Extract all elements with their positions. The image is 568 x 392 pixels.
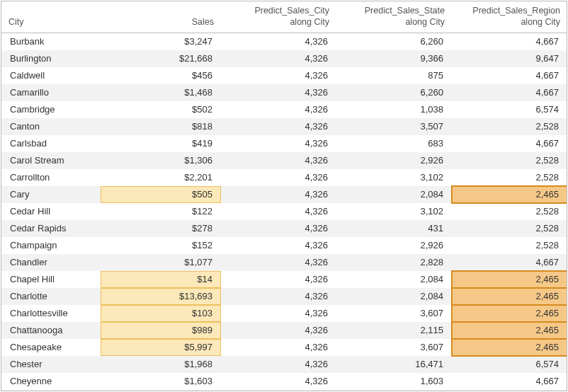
cell-sales[interactable]: $502 [101, 101, 221, 118]
cell-pcity[interactable]: 4,326 [221, 271, 336, 288]
table-row[interactable]: Cary$5054,3262,0842,465 [1, 186, 567, 203]
cell-pcity[interactable]: 4,326 [221, 169, 336, 186]
cell-city[interactable]: Charlottesville [1, 305, 101, 322]
table-row[interactable]: Chattanooga$9894,3262,1152,465 [1, 322, 567, 339]
cell-pregion[interactable]: 4,667 [452, 254, 567, 271]
table-row[interactable]: Chandler$1,0774,3262,8284,667 [1, 254, 567, 271]
cell-pstate[interactable]: 3,607 [336, 305, 452, 322]
cell-sales[interactable]: $13,693 [101, 288, 221, 305]
col-header-city[interactable]: City [1, 1, 101, 33]
cell-pcity[interactable]: 4,326 [221, 305, 336, 322]
cell-pregion[interactable]: 2,465 [452, 271, 567, 288]
table-row[interactable]: Burbank$3,2474,3266,2604,667 [1, 33, 567, 50]
cell-pregion[interactable]: 4,667 [452, 67, 567, 84]
cell-city[interactable]: Charlotte [1, 288, 101, 305]
cell-pregion[interactable]: 2,528 [452, 237, 567, 254]
cell-sales[interactable]: $48,540 [101, 390, 221, 392]
table-row[interactable]: Burlington$21,6684,3269,3669,647 [1, 50, 567, 67]
cell-city[interactable]: Burbank [1, 33, 101, 50]
cell-pcity[interactable]: 4,326 [221, 152, 336, 169]
cell-pregion[interactable]: 2,465 [452, 305, 567, 322]
table-row[interactable]: Chesapeake$5,9974,3263,6072,465 [1, 339, 567, 356]
cell-pstate[interactable]: 431 [336, 220, 452, 237]
cell-pcity[interactable]: 4,326 [221, 33, 336, 50]
cell-city[interactable]: Cary [1, 186, 101, 203]
cell-sales[interactable]: $419 [101, 135, 221, 152]
cell-pcity[interactable]: 4,326 [221, 101, 336, 118]
cell-pstate[interactable]: 9,366 [336, 50, 452, 67]
cell-city[interactable]: Chester [1, 356, 101, 373]
cell-city[interactable]: Carlsbad [1, 135, 101, 152]
col-header-pstate[interactable]: Predict_Sales_Statealong City [336, 1, 452, 33]
cell-city[interactable]: Chandler [1, 254, 101, 271]
cell-sales[interactable]: $1,077 [101, 254, 221, 271]
table-row[interactable]: Chapel Hill$144,3262,0842,465 [1, 271, 567, 288]
cell-pstate[interactable]: 875 [336, 67, 452, 84]
cell-sales[interactable]: $1,468 [101, 84, 221, 101]
cell-pstate[interactable]: 1,038 [336, 101, 452, 118]
col-header-pregion[interactable]: Predict_Sales_Regionalong City [452, 1, 567, 33]
table-row[interactable]: Cheyenne$1,6034,3261,6034,667 [1, 373, 567, 390]
cell-pstate[interactable]: 3,507 [336, 118, 452, 135]
cell-city[interactable]: Canton [1, 118, 101, 135]
cell-pstate[interactable]: 1,603 [336, 373, 452, 390]
cell-sales[interactable]: $1,306 [101, 152, 221, 169]
cell-pstate[interactable]: 2,926 [336, 390, 452, 392]
table-row[interactable]: Carol Stream$1,3064,3262,9262,528 [1, 152, 567, 169]
col-header-pcity[interactable]: Predict_Sales_Cityalong City [221, 1, 336, 33]
cell-pregion[interactable]: 4,667 [452, 373, 567, 390]
cell-sales[interactable]: $152 [101, 237, 221, 254]
cell-sales[interactable]: $2,201 [101, 169, 221, 186]
cell-sales[interactable]: $505 [101, 186, 221, 203]
cell-sales[interactable]: $818 [101, 118, 221, 135]
cell-pstate[interactable]: 3,102 [336, 203, 452, 220]
cell-pregion[interactable]: 2,528 [452, 152, 567, 169]
cell-city[interactable]: Cedar Hill [1, 203, 101, 220]
cell-pstate[interactable]: 6,260 [336, 33, 452, 50]
cell-pcity[interactable]: 4,326 [221, 237, 336, 254]
cell-pstate[interactable]: 3,607 [336, 339, 452, 356]
table-row[interactable]: Cedar Rapids$2784,3264312,528 [1, 220, 567, 237]
cell-pregion[interactable]: 9,647 [452, 50, 567, 67]
table-row[interactable]: Cambridge$5024,3261,0386,574 [1, 101, 567, 118]
cell-city[interactable]: Chapel Hill [1, 271, 101, 288]
cell-pcity[interactable]: 4,326 [221, 390, 336, 392]
cell-pregion[interactable]: 4,667 [452, 33, 567, 50]
cell-sales[interactable]: $122 [101, 203, 221, 220]
cell-city[interactable]: Cambridge [1, 101, 101, 118]
cell-city[interactable]: Burlington [1, 50, 101, 67]
cell-sales[interactable]: $103 [101, 305, 221, 322]
cell-city[interactable]: Chattanooga [1, 322, 101, 339]
cell-pstate[interactable]: 2,084 [336, 271, 452, 288]
cell-city[interactable]: Carrollton [1, 169, 101, 186]
cell-city[interactable]: Camarillo [1, 84, 101, 101]
cell-sales[interactable]: $456 [101, 67, 221, 84]
cell-pregion[interactable]: 2,465 [452, 288, 567, 305]
cell-pcity[interactable]: 4,326 [221, 135, 336, 152]
cell-city[interactable]: Caldwell [1, 67, 101, 84]
table-row[interactable]: Cedar Hill$1224,3263,1022,528 [1, 203, 567, 220]
cell-sales[interactable]: $1,968 [101, 356, 221, 373]
cell-city[interactable]: Chesapeake [1, 339, 101, 356]
cell-pcity[interactable]: 4,326 [221, 339, 336, 356]
table-row[interactable]: Camarillo$1,4684,3266,2604,667 [1, 84, 567, 101]
table-row[interactable]: Chicago$48,5404,3262,9262,528 [1, 390, 567, 392]
cell-pregion[interactable]: 2,528 [452, 220, 567, 237]
cell-pcity[interactable]: 4,326 [221, 373, 336, 390]
cell-city[interactable]: Chicago [1, 390, 101, 392]
cell-pstate[interactable]: 2,084 [336, 288, 452, 305]
cell-pcity[interactable]: 4,326 [221, 84, 336, 101]
cell-pstate[interactable]: 2,926 [336, 152, 452, 169]
cell-sales[interactable]: $21,668 [101, 50, 221, 67]
col-header-sales[interactable]: Sales [101, 1, 221, 33]
cell-sales[interactable]: $1,603 [101, 373, 221, 390]
cell-pstate[interactable]: 2,084 [336, 186, 452, 203]
cell-pcity[interactable]: 4,326 [221, 254, 336, 271]
cell-pcity[interactable]: 4,326 [221, 356, 336, 373]
cell-pregion[interactable]: 6,574 [452, 101, 567, 118]
cell-pcity[interactable]: 4,326 [221, 50, 336, 67]
cell-sales[interactable]: $278 [101, 220, 221, 237]
cell-pcity[interactable]: 4,326 [221, 203, 336, 220]
table-row[interactable]: Carrollton$2,2014,3263,1022,528 [1, 169, 567, 186]
cell-pstate[interactable]: 6,260 [336, 84, 452, 101]
